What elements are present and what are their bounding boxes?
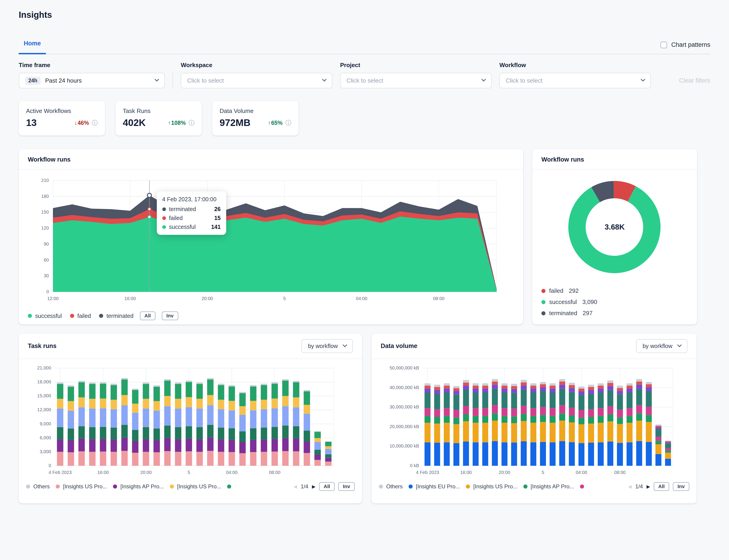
legend-item[interactable]: [Insights AP Pro... [113, 483, 164, 490]
data-volume-groupby-select[interactable]: by workflow [636, 339, 687, 353]
kpi-card-data-volume: Data Volume 972MB ↑65% ⓘ [212, 101, 299, 136]
project-select[interactable]: Click to select [340, 73, 492, 88]
legend-dot-icon [466, 484, 470, 489]
legend-item[interactable]: successful [28, 313, 62, 319]
workflow-runs-area-chart: 030609012015018021012:0016:0020:00504:00… [19, 170, 523, 309]
legend-dot-icon [170, 484, 174, 489]
chart-patterns-toggle: Chart patterns [660, 41, 710, 54]
svg-text:10,000,000 kB: 10,000,000 kB [390, 443, 419, 448]
svg-text:4 Feb 2023: 4 Feb 2023 [49, 470, 72, 475]
legend-item[interactable]: [Insights US Pro... [56, 483, 107, 490]
legend-label: [Insights EU Pro... [416, 483, 460, 490]
legend-label: terminated [549, 310, 577, 317]
legend-all-button[interactable]: All [319, 482, 335, 491]
legend-value: 297 [583, 310, 593, 317]
svg-text:30: 30 [44, 273, 49, 278]
legend-all-button[interactable]: All [654, 482, 669, 491]
legend-inv-button[interactable]: Inv [162, 311, 178, 320]
svg-text:9,000: 9,000 [40, 421, 51, 426]
legend-inv-button[interactable]: Inv [673, 482, 689, 491]
legend-dot-icon [56, 484, 60, 489]
legend-prev-button[interactable]: ◀ [628, 484, 632, 489]
legend-label: [Insights US Pro... [63, 483, 107, 490]
chart-patterns-checkbox[interactable] [660, 42, 667, 48]
chevron-down-icon [155, 77, 159, 81]
donut-legend: failed292successful3,090terminated297 [532, 285, 697, 319]
info-icon[interactable]: ⓘ [92, 120, 98, 126]
tab-home-label: Home [24, 40, 41, 47]
time-frame-label: Time frame [19, 62, 165, 69]
kpi-row: Active Workflows 13 ↓46% ⓘ Task Runs 402… [19, 101, 710, 136]
time-frame-filter: Time frame 24h Past 24 hours [19, 62, 165, 88]
svg-text:16:00: 16:00 [124, 296, 136, 301]
legend-item[interactable]: Others [379, 483, 403, 490]
workspace-select[interactable]: Click to select [181, 73, 332, 88]
clear-filters-button[interactable]: Clear filters [679, 73, 710, 88]
legend-label: Others [386, 483, 403, 490]
info-icon[interactable]: ⓘ [285, 120, 291, 126]
svg-text:18,000: 18,000 [37, 379, 51, 384]
svg-text:180: 180 [41, 194, 49, 199]
groupby-value: by workflow [642, 343, 672, 349]
legend-dot-icon [379, 484, 383, 489]
legend-item[interactable]: terminated297 [541, 310, 688, 317]
legend-item[interactable]: [Insights US Pro... [170, 483, 221, 490]
svg-text:3,000: 3,000 [40, 449, 51, 454]
kpi-delta: ↑108% [168, 120, 186, 126]
legend-item[interactable]: failed292 [541, 287, 688, 294]
svg-text:04:00: 04:00 [356, 296, 367, 301]
legend-label: terminated [106, 313, 133, 319]
kpi-label: Data Volume [220, 107, 291, 115]
info-icon[interactable]: ⓘ [189, 120, 194, 126]
legend-inv-button[interactable]: Inv [338, 482, 355, 491]
task-runs-groupby-select[interactable]: by workflow [302, 339, 353, 353]
svg-text:50,000,000 kB: 50,000,000 kB [390, 365, 419, 370]
legend-dot-icon [541, 300, 545, 304]
workflow-select[interactable]: Click to select [499, 73, 651, 88]
legend-page-indicator: 1/4 [635, 483, 643, 490]
legend-item[interactable] [580, 484, 584, 489]
svg-text:08:00: 08:00 [433, 296, 444, 301]
legend-item[interactable]: [Insights AP Pro... [523, 483, 574, 490]
donut-total: 3.68K [605, 223, 625, 231]
legend-label: [Insights US Pro... [473, 483, 517, 490]
svg-text:08:00: 08:00 [269, 470, 280, 475]
svg-text:90: 90 [44, 241, 49, 246]
legend-item[interactable]: failed [70, 313, 91, 319]
legend-prev-button[interactable]: ◀ [294, 484, 297, 489]
workflow-label: Workflow [499, 62, 651, 69]
svg-text:20:00: 20:00 [499, 470, 510, 475]
legend-item[interactable] [227, 484, 231, 489]
legend-label: failed [77, 313, 91, 319]
task-runs-card: Task runs by workflow 03,0006,0009,00012… [19, 334, 362, 503]
trend-arrow-icon: ↓ [74, 120, 77, 126]
legend-item[interactable]: Others [26, 483, 50, 490]
legend-item[interactable]: [Insights US Pro... [466, 483, 517, 490]
tab-bar: Home Chart patterns [19, 40, 710, 54]
legend-item[interactable]: [Insights EU Pro... [409, 483, 460, 490]
groupby-value: by workflow [308, 343, 338, 349]
legend-dot-icon [541, 311, 545, 315]
time-frame-select[interactable]: 24h Past 24 hours [19, 73, 165, 88]
svg-text:04:00: 04:00 [576, 470, 587, 475]
legend-next-button[interactable]: ▶ [312, 484, 315, 489]
kpi-value: 13 [26, 117, 37, 128]
chevron-down-icon [641, 77, 645, 81]
legend-next-button[interactable]: ▶ [647, 484, 650, 489]
legend-item[interactable]: terminated [99, 313, 133, 319]
svg-text:12:00: 12:00 [47, 296, 59, 301]
svg-text:5: 5 [283, 296, 286, 301]
svg-text:0: 0 [49, 463, 51, 468]
trend-arrow-icon: ↑ [168, 120, 171, 126]
page-title: Insights [19, 10, 710, 20]
legend-all-button[interactable]: All [140, 311, 155, 320]
workspace-placeholder: Click to select [187, 77, 224, 84]
tab-home[interactable]: Home [19, 40, 46, 54]
svg-text:6,000: 6,000 [40, 435, 51, 440]
legend-item[interactable]: successful3,090 [541, 298, 688, 306]
kpi-delta: ↑65% [268, 120, 283, 126]
svg-text:21,000: 21,000 [37, 365, 51, 370]
workspace-label: Workspace [181, 62, 332, 69]
legend-label: Others [33, 483, 50, 490]
svg-text:60: 60 [44, 257, 49, 262]
